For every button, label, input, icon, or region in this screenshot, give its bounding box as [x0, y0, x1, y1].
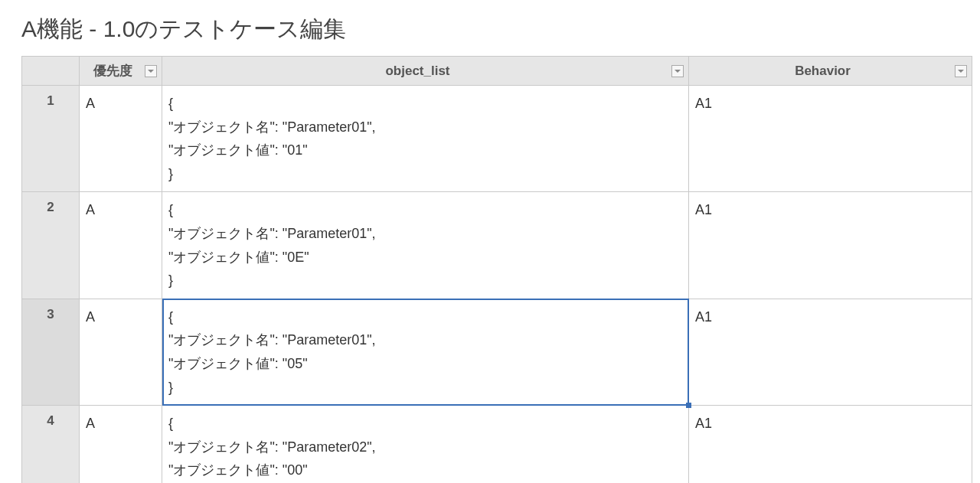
header-behavior[interactable]: Behavior: [689, 57, 972, 86]
testcase-grid: 優先度 object_list Behavior: [21, 56, 972, 483]
cell-object-list[interactable]: { "オブジェクト名": "Parameter02", "オブジェクト値": "…: [162, 406, 689, 483]
table-row: 2A{ "オブジェクト名": "Parameter01", "オブジェクト値":…: [22, 192, 972, 299]
cell-priority[interactable]: A: [80, 192, 162, 299]
page-title: A機能 - 1.0のテストケース編集: [21, 14, 959, 45]
cell-behavior[interactable]: A1: [689, 299, 972, 405]
cell-object-list[interactable]: { "オブジェクト名": "Parameter01", "オブジェクト値": "…: [162, 192, 689, 299]
header-object-list-label: object_list: [385, 64, 449, 79]
row-number[interactable]: 4: [22, 406, 80, 483]
row-number[interactable]: 3: [22, 299, 80, 405]
filter-icon[interactable]: [671, 65, 684, 77]
table-row: 3A{ "オブジェクト名": "Parameter01", "オブジェクト値":…: [22, 299, 972, 405]
row-number[interactable]: 2: [22, 192, 80, 299]
cell-priority[interactable]: A: [80, 299, 162, 405]
header-priority[interactable]: 優先度: [80, 57, 162, 86]
filter-icon[interactable]: [145, 65, 157, 77]
header-corner[interactable]: [22, 57, 80, 86]
cell-behavior[interactable]: A1: [689, 406, 972, 483]
table-row: 1A{ "オブジェクト名": "Parameter01", "オブジェクト値":…: [22, 86, 972, 192]
row-number[interactable]: 1: [22, 86, 80, 192]
cell-priority[interactable]: A: [80, 406, 162, 483]
cell-behavior[interactable]: A1: [689, 192, 972, 299]
header-priority-label: 優先度: [93, 62, 132, 80]
header-behavior-label: Behavior: [795, 64, 851, 79]
table-row: 4A{ "オブジェクト名": "Parameter02", "オブジェクト値":…: [22, 406, 972, 483]
cell-behavior[interactable]: A1: [689, 86, 972, 192]
header-object-list[interactable]: object_list: [162, 57, 689, 86]
cell-object-list[interactable]: { "オブジェクト名": "Parameter01", "オブジェクト値": "…: [162, 299, 689, 405]
cell-priority[interactable]: A: [80, 86, 162, 192]
filter-icon[interactable]: [955, 65, 967, 77]
cell-object-list[interactable]: { "オブジェクト名": "Parameter01", "オブジェクト値": "…: [162, 86, 689, 192]
